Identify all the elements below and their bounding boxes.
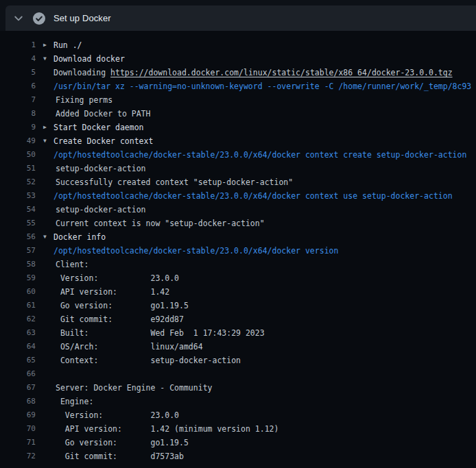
- line-number[interactable]: 8: [0, 107, 36, 121]
- line-number[interactable]: 52: [0, 175, 36, 189]
- arrow-spacer: [36, 340, 53, 354]
- arrow-spacer: [36, 299, 53, 312]
- arrow-spacer: [36, 148, 53, 162]
- line-number[interactable]: 55: [0, 217, 36, 230]
- log-line: 57/opt/hostedtoolcache/docker-stable/23.…: [0, 244, 476, 258]
- log-line: 66: [0, 367, 476, 381]
- arrow-spacer: [36, 354, 53, 367]
- line-number[interactable]: 51: [0, 162, 36, 175]
- log-line: 63 Built: Wed Feb 1 17:43:29 2023: [0, 326, 476, 340]
- group-expand-icon[interactable]: ▶: [36, 38, 53, 52]
- line-number[interactable]: 49: [0, 134, 36, 148]
- log-line: 50/opt/hostedtoolcache/docker-stable/23.…: [0, 148, 476, 162]
- log-text: Built: Wed Feb 1 17:43:29 2023: [53, 326, 265, 340]
- line-number[interactable]: 1: [0, 38, 36, 52]
- log-text: Go version: go1.19.5: [53, 299, 189, 312]
- arrow-spacer: [36, 79, 53, 93]
- log-text: Start Docker daemon: [53, 121, 144, 134]
- line-number[interactable]: 7: [0, 93, 36, 107]
- line-number[interactable]: 56: [0, 230, 36, 244]
- log-line: 6/usr/bin/tar xz --warning=no-unknown-ke…: [0, 79, 476, 93]
- log-text: Run ./: [53, 38, 82, 52]
- log-line: 53/opt/hostedtoolcache/docker-stable/23.…: [0, 189, 476, 203]
- line-number[interactable]: 68: [0, 395, 36, 408]
- line-number[interactable]: 72: [0, 449, 36, 463]
- line-number[interactable]: 50: [0, 148, 36, 162]
- log-text: Version: 23.0.0: [53, 271, 179, 285]
- line-number[interactable]: 69: [0, 408, 36, 422]
- group-collapse-icon[interactable]: ▼: [36, 134, 53, 148]
- line-number[interactable]: 64: [0, 340, 36, 354]
- arrow-spacer: [36, 107, 53, 121]
- log-line: 69 Version: 23.0.0: [0, 408, 476, 422]
- log-line: 62 Git commit: e92dd87: [0, 312, 476, 326]
- line-number[interactable]: 5: [0, 66, 36, 79]
- line-number[interactable]: 62: [0, 312, 36, 326]
- download-url-link[interactable]: https://download.docker.com/linux/static…: [110, 68, 453, 77]
- log-text: Go version: go1.19.5: [53, 436, 189, 449]
- log-line: 5Downloading https://download.docker.com…: [0, 66, 476, 79]
- arrow-spacer: [36, 217, 53, 230]
- log-line: 64 OS/Arch: linux/amd64: [0, 340, 476, 354]
- arrow-spacer: [36, 189, 53, 203]
- group-collapse-icon[interactable]: ▼: [36, 230, 53, 244]
- log-text: API version: 1.42 (minimum version 1.12): [53, 422, 278, 436]
- log-command-text: /opt/hostedtoolcache/docker-stable/23.0.…: [53, 148, 466, 162]
- chevron-down-icon[interactable]: [13, 13, 24, 24]
- log-text: setup-docker-action: [53, 162, 146, 175]
- line-number[interactable]: 58: [0, 258, 36, 271]
- log-group-line: 56▼Docker info: [0, 230, 476, 244]
- log-text: Create Docker context: [53, 134, 153, 148]
- log-text: setup-docker-action: [53, 203, 146, 217]
- log-text: Server: Docker Engine - Community: [53, 381, 212, 395]
- line-number[interactable]: 59: [0, 271, 36, 285]
- line-number[interactable]: 71: [0, 436, 36, 449]
- log-text: Git commit: e92dd87: [53, 312, 184, 326]
- log-line: 59 Version: 23.0.0: [0, 271, 476, 285]
- line-number[interactable]: 57: [0, 244, 36, 258]
- log-line: 72 Git commit: d7573ab: [0, 449, 476, 463]
- log-output-area: 1▶Run ./4▼Download docker5Downloading ht…: [0, 31, 476, 468]
- step-header-set-up-docker[interactable]: Set up Docker: [5, 5, 476, 31]
- group-collapse-icon[interactable]: ▼: [36, 52, 53, 66]
- log-group-line: 4▼Download docker: [0, 52, 476, 66]
- arrow-spacer: [36, 422, 53, 436]
- log-line: 58Client:: [0, 258, 476, 271]
- group-expand-icon[interactable]: ▶: [36, 121, 53, 134]
- line-number[interactable]: 6: [0, 79, 36, 93]
- log-command-text: /opt/hostedtoolcache/docker-stable/23.0.…: [53, 244, 338, 258]
- log-text: Current context is now "setup-docker-act…: [53, 217, 265, 230]
- line-number[interactable]: 9: [0, 121, 36, 134]
- arrow-spacer: [36, 258, 53, 271]
- log-text: Downloading: [53, 68, 110, 77]
- line-number[interactable]: 66: [0, 367, 36, 381]
- arrow-spacer: [36, 449, 53, 463]
- log-text: Git commit: d7573ab: [53, 449, 184, 463]
- log-line: 7Fixing perms: [0, 93, 476, 107]
- log-command-text: /usr/bin/tar xz --warning=no-unknown-key…: [53, 79, 471, 93]
- line-number[interactable]: 65: [0, 354, 36, 367]
- line-number[interactable]: 61: [0, 299, 36, 312]
- arrow-spacer: [36, 203, 53, 217]
- log-line: 70 API version: 1.42 (minimum version 1.…: [0, 422, 476, 436]
- log-line: 61 Go version: go1.19.5: [0, 299, 476, 312]
- log-text: Downloading https://download.docker.com/…: [53, 66, 453, 79]
- line-number[interactable]: 4: [0, 52, 36, 66]
- log-group-line: 1▶Run ./: [0, 38, 476, 52]
- line-number[interactable]: 54: [0, 203, 36, 217]
- log-command-text: /opt/hostedtoolcache/docker-stable/23.0.…: [53, 189, 453, 203]
- arrow-spacer: [36, 244, 53, 258]
- step-title: Set up Docker: [53, 13, 111, 23]
- line-number[interactable]: 67: [0, 381, 36, 395]
- arrow-spacer: [36, 175, 53, 189]
- check-circle-icon: [33, 12, 45, 25]
- log-line: 8Added Docker to PATH: [0, 107, 476, 121]
- line-number[interactable]: 63: [0, 326, 36, 340]
- line-number[interactable]: 70: [0, 422, 36, 436]
- line-number[interactable]: 53: [0, 189, 36, 203]
- arrow-spacer: [36, 312, 53, 326]
- log-line: 71 Go version: go1.19.5: [0, 436, 476, 449]
- line-number[interactable]: 60: [0, 285, 36, 299]
- log-text: API version: 1.42: [53, 285, 169, 299]
- log-line: 67Server: Docker Engine - Community: [0, 381, 476, 395]
